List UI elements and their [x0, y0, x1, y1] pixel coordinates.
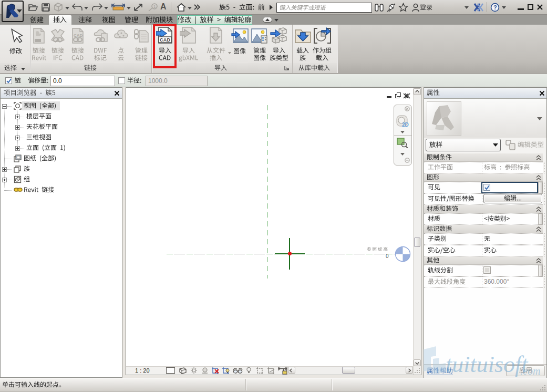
- svg-text:CAD: CAD: [74, 33, 83, 38]
- svg-text:1: 1: [153, 4, 156, 9]
- svg-text:?: ?: [493, 4, 497, 11]
- svg-text:2D: 2D: [402, 122, 409, 128]
